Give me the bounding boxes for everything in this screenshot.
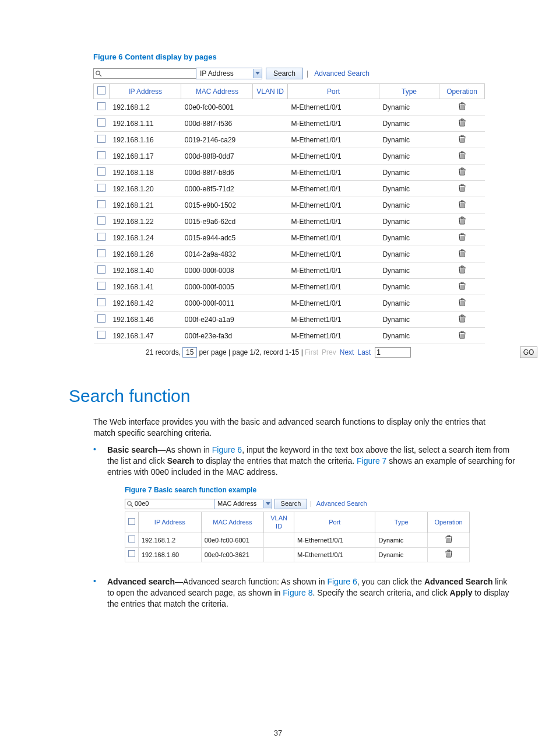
th-mac[interactable]: MAC Address — [201, 512, 263, 533]
figure6-caption: Figure 6 Content display by pages — [93, 52, 515, 61]
th-mac[interactable]: MAC Address — [181, 84, 253, 99]
row-checkbox[interactable] — [97, 184, 105, 192]
cell-type: Dynamic — [379, 279, 439, 295]
trash-icon[interactable] — [459, 233, 466, 241]
cell-port: M-Ethernet1/0/1 — [288, 116, 379, 132]
row-checkbox[interactable] — [97, 216, 105, 225]
table-row: 192.168.1.47000f-e23e-fa3dM-Ethernet1/0/… — [94, 328, 485, 344]
select-all-checkbox[interactable] — [128, 518, 135, 525]
search-field-dropdown[interactable]: IP Address — [196, 68, 262, 79]
trash-icon[interactable] — [459, 102, 466, 110]
page-number-input[interactable] — [375, 347, 411, 358]
per-page-value: 15 — [183, 348, 196, 356]
link-figure-6b[interactable]: Figure 6 — [327, 577, 357, 586]
th-vlan[interactable]: VLAN ID — [264, 512, 294, 533]
row-checkbox[interactable] — [128, 536, 135, 542]
row-checkbox[interactable] — [97, 200, 105, 208]
cell-port: M-Ethernet1/0/1 — [288, 262, 379, 279]
fig7-dropdown[interactable]: MAC Address — [214, 499, 272, 509]
th-vlan[interactable]: VLAN ID — [253, 84, 288, 99]
advanced-search-link[interactable]: Advanced Search — [314, 69, 370, 78]
bullet-basic-search: Basic search—As shown in Figure 6, input… — [107, 444, 515, 562]
svg-point-0 — [96, 71, 100, 75]
cell-vlan — [264, 548, 294, 562]
pager-last[interactable]: Last — [357, 348, 371, 356]
trash-icon[interactable] — [459, 200, 466, 208]
trash-icon[interactable] — [459, 331, 466, 339]
search-button[interactable]: Search — [266, 68, 303, 79]
row-checkbox[interactable] — [97, 167, 105, 176]
row-checkbox[interactable] — [97, 282, 105, 290]
pager-next[interactable]: Next — [340, 348, 354, 356]
row-checkbox[interactable] — [97, 118, 105, 127]
cell-vlan — [253, 295, 288, 312]
table-row: 192.168.1.11000d-88f7-f536M-Ethernet1/0/… — [94, 116, 485, 132]
row-checkbox[interactable] — [97, 151, 105, 159]
cell-port: M-Ethernet1/0/1 — [294, 533, 375, 548]
row-checkbox[interactable] — [97, 102, 105, 110]
row-checkbox[interactable] — [97, 249, 105, 257]
per-page-dropdown[interactable]: 15 — [182, 347, 197, 358]
cell-type: Dynamic — [379, 230, 439, 246]
trash-icon[interactable] — [459, 314, 466, 323]
table-row: 192.168.1.210015-e9b0-1502M-Ethernet1/0/… — [94, 197, 485, 214]
trash-icon[interactable] — [459, 151, 466, 159]
fig7-search-input-wrap[interactable]: 00e0 — [125, 499, 214, 509]
link-figure-7[interactable]: Figure 7 — [357, 456, 386, 466]
trash-icon[interactable] — [459, 118, 466, 127]
fig7-search-button[interactable]: Search — [275, 499, 307, 509]
chevron-down-icon — [263, 500, 272, 508]
chevron-down-icon — [253, 69, 262, 78]
figure6-table: IP Address MAC Address VLAN ID Port Type… — [93, 83, 485, 344]
table-row: 192.168.1.420000-000f-0011M-Ethernet1/0/… — [94, 295, 485, 312]
table-header-row: IP Address MAC Address VLAN ID Port Type… — [125, 512, 470, 533]
search-input-wrap[interactable] — [93, 68, 196, 79]
cell-ip: 192.168.1.2 — [139, 533, 202, 548]
row-checkbox[interactable] — [97, 314, 105, 323]
th-ip[interactable]: IP Address — [110, 84, 181, 99]
th-port[interactable]: Port — [294, 512, 375, 533]
trash-icon[interactable] — [459, 216, 466, 225]
pager-first: First — [305, 348, 318, 356]
row-checkbox[interactable] — [97, 331, 105, 339]
cell-vlan — [253, 148, 288, 164]
cell-vlan — [253, 230, 288, 246]
svg-point-47 — [128, 501, 131, 505]
fig7-advanced-search-link[interactable]: Advanced Search — [316, 499, 367, 508]
cell-port: M-Ethernet1/0/1 — [288, 197, 379, 214]
row-checkbox[interactable] — [97, 265, 105, 274]
table-row: 192.168.1.46000f-e240-a1a9M-Ethernet1/0/… — [94, 312, 485, 328]
fig7-dropdown-value: MAC Address — [214, 499, 263, 508]
table-row: 192.168.1.17000d-88f8-0dd7M-Ethernet1/0/… — [94, 148, 485, 164]
cell-mac: 000d-88f7-b8d6 — [181, 164, 253, 181]
row-checkbox[interactable] — [97, 298, 105, 306]
th-type[interactable]: Type — [379, 84, 439, 99]
row-checkbox[interactable] — [97, 135, 105, 143]
th-type[interactable]: Type — [375, 512, 428, 533]
th-ip[interactable]: IP Address — [139, 512, 202, 533]
trash-icon[interactable] — [445, 550, 452, 558]
trash-icon[interactable] — [459, 167, 466, 176]
th-port[interactable]: Port — [288, 84, 379, 99]
trash-icon[interactable] — [459, 298, 466, 306]
select-all-checkbox[interactable] — [97, 86, 105, 94]
trash-icon[interactable] — [459, 282, 466, 290]
link-figure-6[interactable]: Figure 6 — [212, 445, 242, 454]
trash-icon[interactable] — [459, 184, 466, 192]
go-button[interactable]: GO — [520, 346, 537, 358]
cell-port: M-Ethernet1/0/1 — [288, 312, 379, 328]
cell-vlan — [253, 214, 288, 230]
table-row: 192.168.1.200e0-fc00-6001M-Ethernet1/0/1… — [94, 99, 485, 116]
row-checkbox[interactable] — [128, 550, 135, 557]
trash-icon[interactable] — [459, 249, 466, 257]
trash-icon[interactable] — [445, 535, 452, 543]
trash-icon[interactable] — [459, 135, 466, 143]
cell-vlan — [253, 197, 288, 214]
cell-ip: 192.168.1.21 — [110, 197, 181, 214]
link-figure-8[interactable]: Figure 8 — [283, 588, 312, 597]
cell-port: M-Ethernet1/0/1 — [288, 295, 379, 312]
row-checkbox[interactable] — [97, 233, 105, 241]
trash-icon[interactable] — [459, 265, 466, 274]
cell-vlan — [253, 132, 288, 148]
cell-vlan — [253, 164, 288, 181]
